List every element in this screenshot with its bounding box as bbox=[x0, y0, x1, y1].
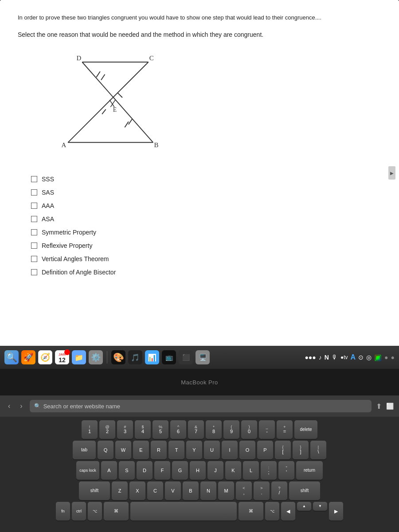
checkbox-symmetric[interactable] bbox=[31, 229, 37, 235]
app3-icon[interactable]: 🖥️ bbox=[196, 350, 210, 364]
key-6[interactable]: ^ 6 bbox=[170, 420, 186, 439]
option-sss[interactable]: SSS bbox=[31, 176, 381, 183]
key-0[interactable]: ) 0 bbox=[241, 420, 257, 439]
key-9[interactable]: ( 9 bbox=[223, 420, 239, 439]
key-a[interactable]: A bbox=[101, 461, 117, 480]
key-lbracket[interactable]: {[ bbox=[275, 441, 291, 459]
key-capslock[interactable]: caps lock bbox=[76, 461, 99, 480]
key-e[interactable]: E bbox=[133, 441, 149, 459]
key-1[interactable]: ! 1 bbox=[82, 420, 98, 439]
key-ctrl[interactable]: ctrl bbox=[72, 502, 86, 520]
checkbox-sas[interactable] bbox=[31, 189, 37, 196]
key-7[interactable]: & 7 bbox=[188, 420, 204, 439]
url-bar[interactable]: 🔍 Search or enter website name bbox=[30, 400, 372, 412]
n-icon: N bbox=[325, 354, 329, 361]
option-aaa[interactable]: AAA bbox=[31, 202, 381, 209]
option-vertical[interactable]: Vertical Angles Theorem bbox=[31, 255, 381, 262]
key-l[interactable]: L bbox=[243, 461, 259, 480]
launchpad-icon[interactable]: 🚀 bbox=[21, 350, 35, 364]
option-reflexive[interactable]: Reflexive Property bbox=[31, 242, 381, 249]
checkbox-asa[interactable] bbox=[31, 216, 37, 222]
share-button[interactable]: ⬆ bbox=[376, 402, 382, 411]
key-space[interactable] bbox=[130, 502, 237, 520]
key-p[interactable]: P bbox=[257, 441, 273, 459]
key-m[interactable]: M bbox=[218, 481, 234, 500]
key-cmd-r[interactable]: ⌘ bbox=[239, 502, 263, 520]
key-f[interactable]: F bbox=[154, 461, 170, 480]
key-quote[interactable]: "' bbox=[278, 461, 294, 480]
key-8[interactable]: * 8 bbox=[206, 420, 222, 439]
key-comma[interactable]: <, bbox=[236, 481, 252, 500]
checkbox-reflexive[interactable] bbox=[31, 243, 37, 249]
key-v[interactable]: V bbox=[165, 481, 181, 500]
option-sas[interactable]: SAS bbox=[31, 189, 381, 196]
key-4[interactable]: $ 4 bbox=[135, 420, 151, 439]
key-3[interactable]: # 3 bbox=[117, 420, 133, 439]
option-symmetric[interactable]: Symmetric Property bbox=[31, 229, 381, 236]
key-y[interactable]: Y bbox=[186, 441, 202, 459]
key-5[interactable]: % 5 bbox=[153, 420, 168, 439]
tab-icon[interactable]: ⬜ bbox=[386, 403, 394, 410]
key-minus[interactable]: _ - bbox=[259, 420, 275, 439]
key-period[interactable]: >. bbox=[254, 481, 270, 500]
key-r[interactable]: R bbox=[151, 441, 167, 459]
key-plus[interactable]: + = bbox=[277, 420, 293, 439]
key-h[interactable]: H bbox=[190, 461, 206, 480]
option-bisector[interactable]: Definition of Angle Bisector bbox=[31, 269, 381, 276]
app1-icon[interactable]: 📊 bbox=[145, 350, 159, 364]
key-w[interactable]: W bbox=[115, 441, 131, 459]
key-b[interactable]: B bbox=[183, 481, 199, 500]
key-shift-r[interactable]: shift bbox=[289, 481, 320, 500]
label-asa: ASA bbox=[42, 215, 54, 223]
calendar-icon[interactable]: JAN 12 bbox=[55, 350, 69, 364]
key-backslash[interactable]: |\ bbox=[310, 441, 326, 459]
key-k[interactable]: K bbox=[225, 461, 241, 480]
key-tab[interactable]: tab bbox=[73, 441, 96, 459]
key-semicolon[interactable]: :; bbox=[261, 461, 277, 480]
scroll-arrow[interactable]: ▶ bbox=[388, 166, 395, 180]
key-c[interactable]: C bbox=[147, 481, 163, 500]
option-asa[interactable]: ASA bbox=[31, 215, 381, 223]
files-icon[interactable]: 📁 bbox=[72, 350, 86, 364]
key-n[interactable]: N bbox=[200, 481, 216, 500]
music-icon[interactable]: 🎵 bbox=[128, 350, 142, 364]
back-button[interactable]: ‹ bbox=[5, 400, 13, 412]
key-cmd-l[interactable]: ⌘ bbox=[104, 502, 129, 520]
app2-icon[interactable]: ⬛ bbox=[179, 350, 193, 364]
key-return[interactable]: return bbox=[296, 461, 323, 480]
key-j[interactable]: J bbox=[207, 461, 223, 480]
finder-icon[interactable]: 🔍 bbox=[4, 350, 19, 364]
key-shift-l[interactable]: shift bbox=[79, 481, 110, 500]
checkbox-vertical[interactable] bbox=[31, 256, 37, 262]
key-down[interactable]: ▼ bbox=[313, 502, 327, 511]
key-option-r[interactable]: ⌥ bbox=[265, 502, 279, 520]
safari-icon[interactable]: 🧭 bbox=[38, 350, 52, 364]
key-o[interactable]: O bbox=[239, 441, 255, 459]
key-i[interactable]: I bbox=[222, 441, 238, 459]
key-t[interactable]: T bbox=[168, 441, 184, 459]
key-u[interactable]: U bbox=[204, 441, 220, 459]
system-prefs-icon[interactable]: ⚙️ bbox=[89, 350, 103, 364]
checkbox-aaa[interactable] bbox=[31, 203, 37, 209]
key-s[interactable]: S bbox=[119, 461, 135, 480]
key-slash[interactable]: ?/ bbox=[271, 481, 287, 500]
tv-icon[interactable]: 📺 bbox=[162, 350, 176, 364]
key-2[interactable]: @ 2 bbox=[99, 420, 115, 439]
key-q[interactable]: Q bbox=[98, 441, 113, 459]
svg-line-9 bbox=[117, 93, 122, 98]
key-right[interactable]: ▶ bbox=[329, 502, 343, 520]
forward-button[interactable]: › bbox=[17, 400, 25, 412]
key-rbracket[interactable]: }] bbox=[293, 441, 309, 459]
key-x[interactable]: X bbox=[129, 481, 145, 500]
checkbox-bisector[interactable] bbox=[31, 269, 37, 275]
checkbox-sss[interactable] bbox=[31, 176, 37, 182]
photos-icon[interactable]: 🎨 bbox=[111, 350, 125, 364]
key-z[interactable]: Z bbox=[112, 481, 128, 500]
key-up[interactable]: ▲ bbox=[297, 502, 311, 511]
key-left[interactable]: ◀ bbox=[281, 502, 295, 520]
key-g[interactable]: G bbox=[172, 461, 188, 480]
key-d[interactable]: D bbox=[137, 461, 153, 480]
key-fn[interactable]: fn bbox=[56, 502, 70, 520]
key-delete[interactable]: delete bbox=[294, 420, 317, 439]
key-option-l[interactable]: ⌥ bbox=[88, 502, 102, 520]
